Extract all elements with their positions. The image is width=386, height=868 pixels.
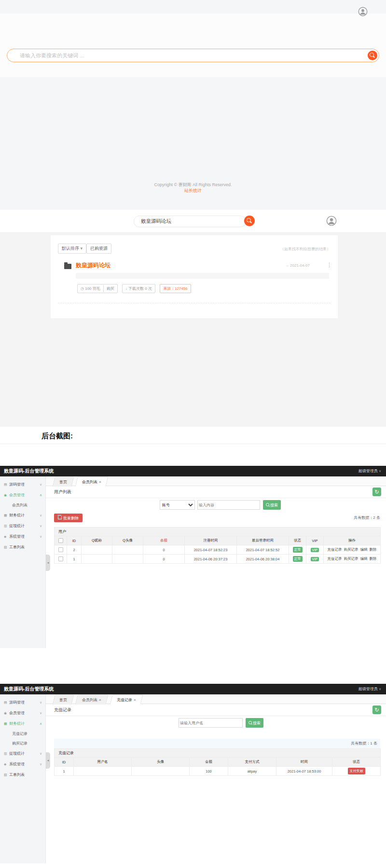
status-badge: 正常 [293, 556, 303, 562]
batch-delete-button[interactable]: 批量删除 [54, 514, 83, 522]
select-all-checkbox[interactable] [58, 538, 63, 543]
sidebar-item-finance-stats[interactable]: ▦财务统计 ∨ [0, 510, 45, 521]
admin-title: 败皇源码-后台管理系统 [4, 466, 54, 476]
chevron-up-icon: ∧ [40, 719, 42, 729]
sidebar-item-system-manage[interactable]: ◈系统管理 ∨ [0, 531, 45, 542]
sidebar-item-ticket-list[interactable]: ▧工单列表 [0, 770, 45, 780]
admin-user-dropdown[interactable]: 超级管理员 ∨ [358, 684, 381, 694]
ticket-icon: ▧ [4, 770, 9, 780]
user-avatar-icon[interactable] [326, 216, 337, 226]
results-search-button[interactable] [244, 216, 255, 226]
data-count: 共有数据：2 条 [354, 514, 380, 522]
op-purchase-records[interactable]: 购买记录 [344, 547, 358, 552]
search-button[interactable] [368, 51, 377, 60]
admin-header-bar: 败皇源码-后台管理系统 超级管理员 ∨ [0, 684, 386, 694]
op-edit[interactable]: 编辑 [360, 556, 368, 561]
sort-dropdown[interactable]: 默认排序 ▾ [58, 244, 86, 254]
row-checkbox[interactable] [58, 547, 63, 552]
search-icon [370, 53, 374, 57]
username-search-input[interactable] [179, 718, 243, 728]
tab-bar: 首页 会员列表× [46, 476, 386, 486]
status-badge: 正常 [293, 547, 303, 553]
user-icon: ◉ [4, 708, 9, 719]
search-content-input[interactable] [197, 500, 260, 510]
chevron-down-icon: ∨ [40, 521, 42, 531]
sidebar-item-finance-stats[interactable]: ▦财务统计 ∧ [0, 719, 45, 729]
sidebar-item-system-manage[interactable]: ◈系统管理 ∨ [0, 759, 45, 770]
main-search-input[interactable] [19, 50, 310, 61]
caret-down-icon: ∨ [379, 687, 381, 691]
page-title: 充值记录 [54, 704, 71, 716]
purchased-button[interactable]: 已购资源 [86, 244, 111, 254]
sidebar-item-withdraw-stats[interactable]: ▥提现统计 ∨ [0, 748, 45, 759]
sidebar-item-source-manage[interactable]: ▤源码管理 ∨ [0, 697, 45, 708]
refresh-button[interactable]: ↻ [372, 488, 381, 496]
op-delete[interactable]: 删除 [370, 556, 377, 561]
row-checkbox[interactable] [58, 556, 63, 561]
table-toolbar: 共有数据：1 条 [54, 739, 380, 748]
page-title: 用户列表 [54, 486, 71, 498]
op-recharge-records[interactable]: 充值记录 [328, 556, 342, 561]
tab-member-list[interactable]: 会员列表× [75, 695, 109, 705]
chevron-down-icon: ∨ [40, 479, 42, 490]
user-icon: ◉ [4, 490, 9, 501]
source-badge: 来源：127456 [160, 284, 191, 293]
refresh-button[interactable]: ↻ [372, 705, 381, 714]
sidebar-subitem-purchase-records[interactable]: 购买记录 [0, 739, 45, 748]
results-search-input[interactable] [140, 217, 238, 226]
sidebar-item-ticket-list[interactable]: ▧工单列表 [0, 542, 45, 553]
admin-panel-recharge: 败皇源码-后台管理系统 超级管理员 ∨ ▤源码管理 ∨ ◉会员管理 ∨ ▦财务统… [0, 684, 386, 863]
main-search-bar [7, 49, 379, 62]
search-submit-button[interactable]: 搜索 [263, 500, 281, 510]
sidebar-subitem-member-list[interactable]: 会员列表 [0, 501, 45, 510]
folder-icon [64, 264, 71, 269]
chevron-up-icon: ∧ [40, 490, 42, 501]
sidebar-item-withdraw-stats[interactable]: ▥提现统计 ∨ [0, 521, 45, 531]
result-title-link[interactable]: 败皇源码论坛 [76, 261, 110, 270]
chevron-down-icon: ∨ [40, 748, 42, 759]
admin-sidebar: ▤源码管理 ∨ ◉会员管理 ∧ 会员列表 ▦财务统计 ∨ ▥提现统计 ∨ ◈系统… [0, 476, 46, 648]
chevron-down-icon: ∨ [40, 697, 42, 708]
page-title-bar: 充值记录 ↻ [46, 704, 386, 716]
data-count: 共有数据：1 条 [351, 739, 377, 748]
search-field-select[interactable]: 账号 [160, 500, 195, 510]
price-buy-badge[interactable]: ◷ 100 羽毛 购买 [77, 284, 118, 293]
op-purchase-records[interactable]: 购买记录 [344, 556, 358, 561]
tab-close-icon[interactable]: × [99, 480, 101, 484]
payment-failed-badge: 支付失败 [348, 768, 365, 774]
sidebar-collapse-handle[interactable]: ◂ [46, 752, 50, 769]
table-row: 2 0 2021-04-07 18:52:23 2021-04-07 18:52… [55, 545, 381, 555]
card-divider [58, 303, 331, 303]
sidebar-subitem-recharge-records[interactable]: 充值记录 [0, 729, 45, 739]
search-submit-button[interactable]: 搜索 [246, 718, 263, 728]
chevron-down-icon: ∨ [40, 510, 42, 521]
op-recharge-records[interactable]: 充值记录 [328, 547, 342, 552]
tab-close-icon[interactable]: × [99, 698, 101, 702]
sidebar-item-source-manage[interactable]: ▤源码管理 ∨ [0, 479, 45, 490]
sidebar-item-member-manage[interactable]: ◉会员管理 ∧ [0, 490, 45, 501]
vip-badge: VIP [311, 548, 319, 552]
admin-user-dropdown[interactable]: 超级管理员 ∨ [358, 466, 381, 476]
chevron-down-icon: ∨ [40, 531, 42, 542]
admin-title: 败皇源码-后台管理系统 [4, 684, 54, 694]
sidebar-item-member-manage[interactable]: ◉会员管理 ∨ [0, 708, 45, 719]
tab-home[interactable]: 首页 [53, 695, 74, 705]
op-edit[interactable]: 编辑 [360, 547, 368, 552]
results-page: 默认排序 ▾ 已购资源 （如果找不到你想要的结果） 败皇源码论坛 → 2021-… [0, 210, 386, 427]
table-row: 1 0 2021-04-06 20:37:23 2021-04-06 20:38… [55, 555, 381, 564]
tab-member-list[interactable]: 会员列表× [75, 477, 109, 487]
chevron-down-icon: ∨ [40, 759, 42, 770]
share-arrow-icon: → [285, 263, 289, 268]
more-options-icon[interactable]: ⋮ [327, 262, 332, 268]
result-description-placeholder [76, 273, 329, 279]
grid-icon: ▤ [4, 479, 9, 490]
tab-home[interactable]: 首页 [53, 477, 74, 487]
op-delete[interactable]: 删除 [370, 547, 377, 552]
sidebar-collapse-handle[interactable]: ◂ [46, 555, 50, 571]
site-stats-link[interactable]: 站长统计 [0, 188, 386, 194]
tab-close-icon[interactable]: × [133, 698, 136, 702]
search-icon [247, 218, 251, 222]
chart-icon: ▦ [4, 510, 9, 521]
user-avatar-icon[interactable] [358, 7, 368, 16]
tab-recharge-records[interactable]: 充值记录× [110, 695, 143, 705]
